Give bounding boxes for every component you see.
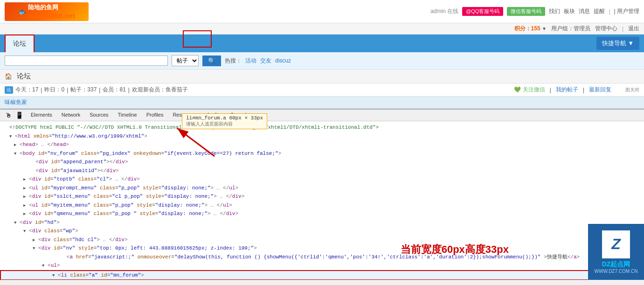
admin-label: admin 在线 (430, 7, 458, 15)
header-right: admin 在线 @QQ客服号码 微信客服号码 找们 板块 消息 提醒 | | … (430, 7, 639, 16)
wechat-follow-link[interactable]: 💚 关注微信 (514, 86, 545, 94)
home-icon[interactable]: 🏠 (5, 73, 12, 80)
tab-profiles[interactable]: Profiles (142, 110, 168, 121)
expand-body[interactable] (14, 150, 16, 158)
expand-head[interactable] (14, 141, 16, 149)
hot-link-friend[interactable]: 交友 (260, 57, 271, 65)
tip-link[interactable]: 提醒 (594, 7, 605, 15)
wechat-service-btn[interactable]: 微信客服号码 (507, 7, 545, 16)
close-qr-label[interactable]: 图关闭 (625, 87, 639, 92)
code-line-doctype: <!DOCTYPE html PUBLIC "-//W3C//DTD XHTML… (0, 123, 644, 132)
posts-count: 帖子：337 (70, 86, 97, 94)
logo-url: www.6d6d.net (28, 12, 75, 20)
tab-elements[interactable]: Elements (26, 110, 57, 121)
search-bar: 帖子 🔍 热搜： 活动 交友 discuz (0, 52, 644, 70)
right-banner: Z DZ起点网 WWW.DZ7.COM.CN (588, 224, 644, 280)
tab-network[interactable]: Network (57, 110, 85, 121)
nav-tab-forum-label: 论坛 (13, 40, 26, 48)
code-line-body[interactable]: <body id="nv_forum" class="pg_index" onk… (0, 149, 644, 158)
expand-html[interactable] (9, 132, 12, 140)
nav-tab-forum[interactable]: 论坛 (5, 35, 35, 52)
forum-link[interactable]: 板块 (564, 7, 575, 15)
code-line-hd[interactable]: <div id="hd"> (0, 218, 644, 227)
hot-link-activity[interactable]: 活动 (245, 57, 256, 65)
message-btn[interactable]: @QQ客服号码 (462, 7, 503, 16)
code-line-sslct[interactable]: <div id="sslct_menu" class="cl p_pop" st… (0, 192, 644, 201)
search-type-select[interactable]: 帖子 (172, 55, 199, 66)
today-count: 今天：17 (15, 86, 38, 94)
devtools-tabs-bar: 🖱 📱 Elements Network Sources Timeline Pr… (0, 110, 644, 121)
expand-myprompt[interactable] (23, 184, 26, 192)
sub-nav: 味椒鱼家 (0, 97, 644, 109)
sep3: | (99, 87, 100, 93)
tooltip-element: li#mn_forum.a 60px × 33px (186, 115, 263, 121)
sep6: | (583, 87, 584, 93)
code-line-qmenu[interactable]: <div id="qmenu_menu" class="p_pop " styl… (0, 209, 644, 218)
code-line-toptb[interactable]: <div id="toptb" class="cl"> … </div> (0, 175, 644, 184)
admin-center-link[interactable]: 管理中心 (595, 25, 617, 33)
quick-nav-button[interactable]: 快捷导航 ▼ (596, 37, 639, 50)
devtools-panel: li#mn_forum.a 60px × 33px 请输入人选页面容内容 🖱 📱… (0, 109, 644, 280)
expand-wp[interactable] (23, 227, 26, 235)
code-line-html[interactable]: <html xmlns="http://www.w3.org/1999/xhtm… (0, 132, 644, 141)
logo-image: 🐟 陆地的鱼网 www.6d6d.net (5, 2, 89, 21)
sep2: | (67, 87, 68, 93)
hot-search-label: 热搜： (225, 57, 242, 65)
expand-toptb[interactable] (23, 175, 26, 183)
score-arrow[interactable]: ▼ (542, 26, 547, 31)
code-line-wp[interactable]: <div class="wp"> (0, 227, 644, 236)
yesterday-count: 昨日：0 (44, 86, 64, 94)
info-link[interactable]: 找们 (549, 7, 560, 15)
search-button[interactable]: 🔍 (202, 56, 221, 66)
banner-logo-char: Z (611, 236, 621, 253)
user-mgmt-link[interactable]: | 用户管理 (614, 7, 639, 15)
expand-mn-forum[interactable] (52, 271, 55, 279)
latest-reply-link[interactable]: 最新回复 (589, 86, 611, 94)
banner-url: WWW.DZ7.COM.CN (595, 269, 638, 274)
code-line-hdc[interactable]: <div class="hdc cl"> … </div> (0, 236, 644, 244)
logout-link[interactable]: 退出 (628, 25, 639, 33)
expand-ul[interactable] (42, 262, 44, 270)
expand-nv[interactable] (33, 244, 35, 252)
code-line-nv[interactable]: <div id="nv" style="top: 0px; left: 443.… (0, 244, 644, 253)
hot-link-discuz[interactable]: discuz (275, 57, 291, 64)
forum-badge: 论 (5, 86, 13, 94)
my-posts-link[interactable]: 我的帖子 (556, 86, 578, 94)
code-line-myitem[interactable]: <ul id="myitem_menu" class="p_pop" style… (0, 201, 644, 210)
members-count: 会员：81 (103, 86, 125, 94)
code-line-myprompt[interactable]: <ul id="myprompt_menu" class="p_pop" sty… (0, 184, 644, 193)
expand-myitem[interactable] (23, 202, 26, 209)
tab-timeline[interactable]: Timeline (113, 110, 142, 121)
code-line-append: <div id="append_parent"></div> (0, 158, 644, 167)
current-user-link[interactable]: 味椒鱼家 (5, 99, 27, 105)
element-tooltip: li#mn_forum.a 60px × 33px 请输入人选页面容内容 (182, 113, 267, 129)
mobile-icon[interactable]: 📱 (15, 111, 23, 119)
expand-sslct[interactable] (23, 193, 26, 201)
message-link[interactable]: 消息 (579, 7, 590, 15)
banner-brand: DZ起点网 (602, 260, 630, 269)
code-line-ul-open[interactable]: <ul> (0, 261, 644, 270)
navigation-bar: 论坛 快捷导航 ▼ (0, 35, 644, 52)
expand-qmenu[interactable] (23, 210, 26, 218)
admin-bar-right: 积分：155 ▼ 用户组：管理员 管理中心 | 退出 (514, 25, 639, 33)
nav-tabs-container: 论坛 (5, 35, 35, 52)
annotation-text: 当前宽度60px高度33px (401, 243, 509, 257)
code-line-head[interactable]: <head> … </head> (0, 140, 644, 149)
site-header: 🐟 陆地的鱼网 www.6d6d.net admin 在线 @QQ客服号码 微信… (0, 0, 644, 23)
welcome-new-member: 欢迎新会员：鱼香茄子 (132, 86, 188, 94)
forum-info-left: 论 今天：17 | 昨日：0 | 帖子：337 | 会员：81 | 欢迎新会员：… (5, 86, 188, 94)
forum-info-bar: 论 今天：17 | 昨日：0 | 帖子：337 | 会员：81 | 欢迎新会员：… (0, 83, 644, 97)
score-value: 积分：155 (514, 25, 540, 32)
search-input[interactable] (5, 56, 168, 66)
site-logo: 🐟 陆地的鱼网 www.6d6d.net (5, 2, 89, 21)
code-line-quicknav-a: <a href="javascript:;" onmouseover="dela… (0, 253, 644, 262)
tooltip-sub: 请输入人选页面容内容 (186, 121, 263, 127)
devtools-icon-row: 🖱 📱 (2, 110, 26, 121)
tab-sources[interactable]: Sources (85, 110, 113, 121)
cursor-icon[interactable]: 🖱 (5, 111, 12, 119)
right-banner-logo: Z (602, 230, 630, 258)
forum-info-right: 💚 关注微信 | 我的帖子 | 最新回复 图关闭 (514, 86, 639, 94)
expand-hd[interactable] (14, 219, 16, 227)
code-line-mn-forum[interactable]: <li class="a" id="mn_forum"> (0, 270, 644, 280)
expand-hdc[interactable] (33, 236, 35, 244)
